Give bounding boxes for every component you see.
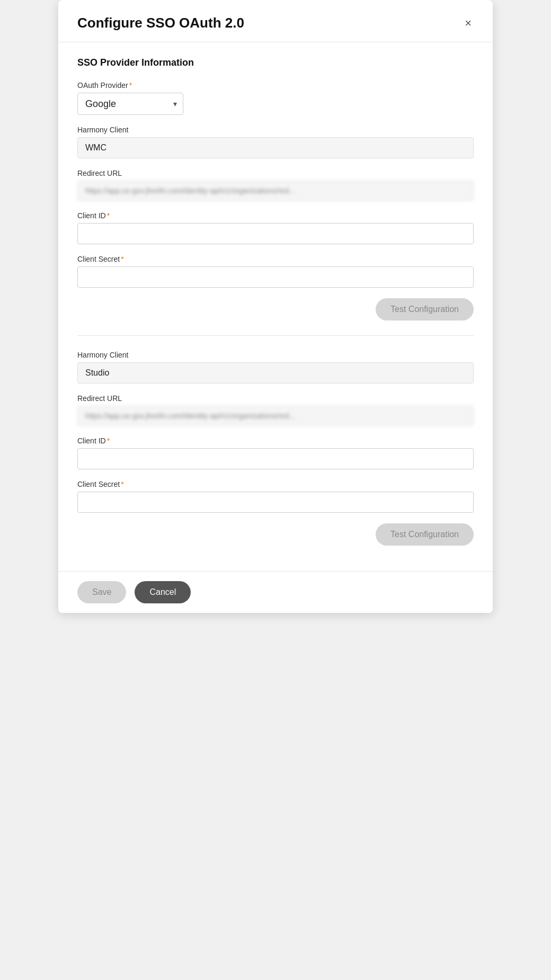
save-button[interactable]: Save — [77, 581, 126, 603]
required-star: * — [129, 81, 132, 90]
client1-harmony-client-value: WMC — [77, 137, 474, 158]
client1-redirect-url-group: Redirect URL https://app.us-gov.jhorthi.… — [77, 169, 474, 201]
client1-client-secret-input[interactable] — [77, 266, 474, 288]
test-configuration-button-1[interactable]: Test Configuration — [376, 298, 474, 320]
configure-sso-modal: Configure SSO OAuth 2.0 × SSO Provider I… — [58, 0, 493, 613]
client2-redirect-url-label: Redirect URL — [77, 394, 474, 403]
oauth-provider-label: OAuth Provider* — [77, 81, 474, 90]
close-button[interactable]: × — [463, 15, 474, 31]
client2-client-id-group: Client ID* — [77, 436, 474, 469]
required-star-client2-secret: * — [121, 480, 123, 488]
client2-client-secret-group: Client Secret* — [77, 480, 474, 513]
required-star-client1-secret: * — [121, 255, 123, 263]
required-star-client2-id: * — [107, 436, 110, 445]
client1-redirect-url-value: https://app.us-gov.jhorthi.com/identity-… — [77, 181, 474, 201]
modal-body: SSO Provider Information OAuth Provider*… — [58, 42, 493, 571]
modal-title: Configure SSO OAuth 2.0 — [77, 15, 244, 31]
client1-client-id-input[interactable] — [77, 223, 474, 244]
client1-client-secret-group: Client Secret* — [77, 255, 474, 288]
client2-redirect-url-value: https://app.us-gov.jhorthi.com/identity-… — [77, 406, 474, 426]
oauth-provider-select[interactable]: Google Microsoft Okta Other — [77, 93, 183, 115]
modal-header: Configure SSO OAuth 2.0 × — [58, 0, 493, 42]
oauth-provider-group: OAuth Provider* Google Microsoft Okta Ot… — [77, 81, 474, 115]
client2-harmony-client-label: Harmony Client — [77, 351, 474, 359]
client2-client-id-label: Client ID* — [77, 436, 474, 445]
modal-footer: Save Cancel — [58, 571, 493, 613]
client1-client-id-group: Client ID* — [77, 211, 474, 244]
client2-redirect-url-group: Redirect URL https://app.us-gov.jhorthi.… — [77, 394, 474, 426]
client1-client-secret-label: Client Secret* — [77, 255, 474, 263]
client2-client-secret-label: Client Secret* — [77, 480, 474, 488]
section-title: SSO Provider Information — [77, 57, 474, 68]
oauth-provider-select-wrapper: Google Microsoft Okta Other ▾ — [77, 93, 183, 115]
section-divider — [77, 335, 474, 336]
required-star-client1-id: * — [107, 211, 110, 220]
client1-client-id-label: Client ID* — [77, 211, 474, 220]
client2-harmony-client-group: Harmony Client Studio — [77, 351, 474, 384]
client2-section: Harmony Client Studio Redirect URL https… — [77, 351, 474, 546]
test-configuration-button-2[interactable]: Test Configuration — [376, 523, 474, 546]
cancel-button[interactable]: Cancel — [135, 581, 191, 603]
client1-redirect-url-label: Redirect URL — [77, 169, 474, 177]
client1-harmony-client-label: Harmony Client — [77, 126, 474, 134]
client2-client-id-input[interactable] — [77, 448, 474, 469]
client1-harmony-client-group: Harmony Client WMC — [77, 126, 474, 158]
client2-harmony-client-value: Studio — [77, 362, 474, 384]
client2-client-secret-input[interactable] — [77, 492, 474, 513]
client1-section: Harmony Client WMC Redirect URL https://… — [77, 126, 474, 320]
